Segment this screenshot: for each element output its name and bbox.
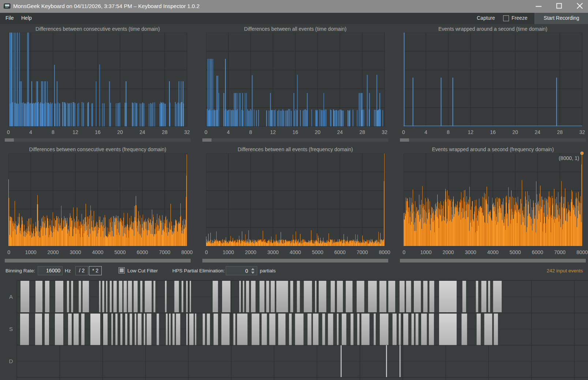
svg-text:D: D	[9, 358, 13, 364]
svg-text:S: S	[9, 326, 13, 332]
svg-text:A: A	[9, 294, 13, 300]
